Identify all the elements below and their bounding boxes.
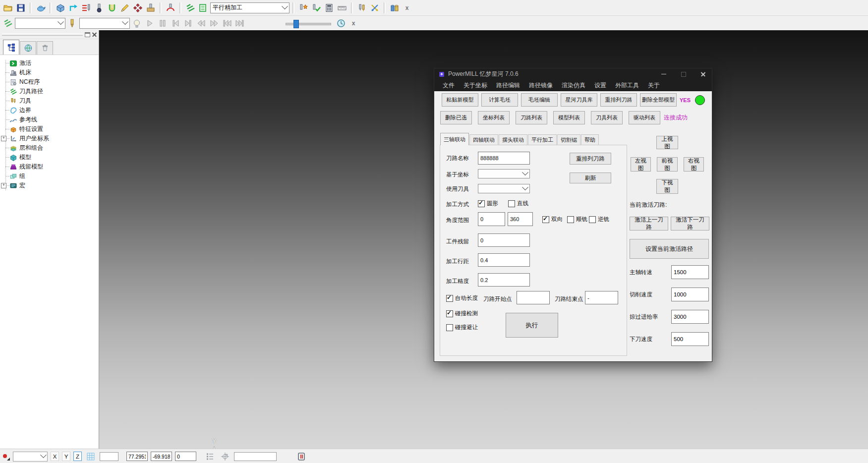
minimize-button[interactable] — [655, 68, 672, 80]
tree-item[interactable]: 模型 — [0, 153, 99, 162]
menu-item[interactable]: 渲染仿真 — [557, 81, 590, 90]
tree-item[interactable]: 激活 — [0, 58, 99, 68]
end-point-input[interactable] — [585, 291, 618, 304]
menu-item[interactable]: 路径编辑 — [492, 81, 524, 90]
collision-check-checkbox[interactable]: 碰撞检测 — [446, 310, 478, 317]
expand-toggle-icon[interactable] — [1, 183, 6, 188]
use-tool-select[interactable] — [478, 184, 530, 193]
angle-from-input[interactable] — [478, 212, 505, 226]
expand-toggle-icon[interactable] — [1, 136, 6, 141]
refresh-button[interactable]: 刷新 — [570, 173, 611, 183]
base-coord-select[interactable] — [478, 169, 530, 178]
dialog-tab[interactable]: 摆头联动 — [499, 134, 527, 145]
sim-toolpath-icon[interactable] — [2, 17, 14, 29]
maximize-button[interactable] — [675, 68, 692, 80]
speed-input[interactable] — [671, 288, 709, 301]
tree-item[interactable]: 边界 — [0, 106, 99, 115]
dialog-list-button[interactable]: 驱动列表 — [629, 111, 660, 124]
calculator-icon[interactable] — [323, 2, 335, 14]
checkbox-box[interactable] — [446, 324, 453, 331]
speed-input[interactable] — [671, 332, 709, 346]
shade-icon[interactable] — [131, 17, 143, 29]
strategy-combo[interactable]: 平行精加工 — [210, 2, 289, 13]
dialog-tab[interactable]: 帮助 — [581, 134, 599, 145]
tree-item[interactable]: 用户坐标系 — [0, 134, 99, 143]
tree-item[interactable]: NC程序 — [0, 77, 99, 87]
axis-x-button[interactable]: X — [51, 452, 59, 461]
checkbox-box[interactable] — [542, 216, 549, 223]
statusbar-combo[interactable] — [13, 452, 48, 462]
stepover-input[interactable] — [478, 253, 530, 267]
save-project-icon[interactable] — [15, 2, 27, 14]
grid-toggle-icon[interactable] — [85, 451, 97, 462]
dialog-action-button[interactable]: 毛坯编辑 — [521, 93, 558, 107]
toolpath-favorite-icon[interactable] — [297, 2, 309, 14]
rewind-icon[interactable] — [195, 17, 207, 29]
view-bottom-button[interactable]: 下视图 — [656, 179, 678, 194]
measure-field[interactable] — [234, 452, 277, 461]
strategy-list-icon[interactable] — [197, 2, 209, 14]
cursor-y-field[interactable] — [151, 452, 172, 461]
dialog-tab[interactable]: 三轴联动 — [440, 133, 469, 145]
checkbox-box[interactable] — [567, 216, 574, 223]
dialog-tab[interactable]: 切割锯 — [557, 134, 580, 145]
climb-mill-checkbox[interactable]: 顺铣 — [567, 216, 587, 223]
activate-next-toolpath-button[interactable]: 激活下一刀路 — [671, 217, 709, 231]
menu-item[interactable]: 文件 — [438, 81, 459, 90]
sim-speed-slider[interactable] — [286, 19, 331, 27]
panel-float-icon[interactable] — [85, 32, 90, 37]
activate-prev-toolpath-button[interactable]: 激活上一刀路 — [630, 217, 668, 231]
swap-axes-icon[interactable] — [369, 2, 381, 14]
go-to-start-icon[interactable] — [221, 17, 233, 29]
rearrange-toolpaths-button[interactable]: 重排列刀路 — [570, 153, 611, 165]
dialog-list-button[interactable]: 刀路列表 — [516, 111, 547, 124]
view-left-button[interactable]: 左视图 — [631, 157, 651, 172]
view-front-button[interactable]: 前视图 — [657, 157, 678, 172]
open-project-icon[interactable] — [2, 2, 14, 14]
tree-item[interactable]: 残留模型 — [0, 162, 99, 172]
tool-pair-icon[interactable] — [356, 2, 368, 14]
snap-indicator-icon[interactable] — [2, 452, 10, 461]
dialog-action-button[interactable]: 删除全部模型 — [640, 93, 677, 107]
menu-item[interactable]: 路径镜像 — [524, 81, 557, 90]
tree-item[interactable]: 刀具 — [0, 96, 99, 106]
fast-forward-icon[interactable] — [208, 17, 220, 29]
tool-holder-icon[interactable] — [145, 2, 157, 14]
toolpath-icon[interactable] — [184, 2, 196, 14]
pause-icon[interactable] — [157, 17, 169, 29]
stock-model-icon[interactable] — [389, 2, 401, 14]
feed-rates-icon[interactable] — [80, 2, 92, 14]
plot-model-icon[interactable] — [35, 2, 47, 14]
tool-start-point-icon[interactable] — [93, 2, 105, 14]
menu-item[interactable]: 设置 — [590, 81, 611, 90]
dialog-action-button[interactable]: 星河刀具库 — [561, 93, 597, 107]
dialog-list-button[interactable]: 刀具列表 — [591, 111, 623, 124]
sim-clock-icon[interactable] — [335, 17, 347, 29]
explorer-tab[interactable] — [3, 40, 19, 55]
dialog-list-button[interactable]: 模型列表 — [553, 111, 585, 124]
recycle-bin-tab[interactable] — [37, 41, 53, 55]
view-right-button[interactable]: 右视图 — [684, 157, 704, 172]
rapid-move-heights-icon[interactable] — [67, 2, 79, 14]
measure-icon[interactable] — [336, 2, 348, 14]
dialog-tab[interactable]: 四轴联动 — [469, 134, 498, 145]
tree-item[interactable]: 特征设置 — [0, 124, 99, 134]
checkbox-box[interactable] — [508, 200, 515, 207]
dialog-tab[interactable]: 平行加工 — [528, 134, 557, 145]
menu-item[interactable]: 关于 — [643, 81, 664, 90]
pause-device-icon[interactable] — [295, 451, 307, 462]
checkbox-box[interactable] — [446, 295, 453, 302]
plugin-titlebar[interactable]: PowerMILL 忆梦星河 7.0.6 — [434, 68, 712, 80]
step-back-icon[interactable] — [170, 17, 181, 29]
toolpath-edit-icon[interactable] — [119, 2, 131, 14]
tool-arc-icon[interactable] — [165, 2, 176, 14]
leads-links-icon[interactable] — [106, 2, 118, 14]
cursor-z-field[interactable] — [175, 452, 196, 461]
cursor-x-field[interactable] — [126, 452, 148, 461]
tree-item[interactable]: 刀具路径 — [0, 87, 99, 96]
points-pattern-icon[interactable] — [132, 2, 144, 14]
locate-cursor-icon[interactable] — [219, 451, 231, 462]
dialog-list-button[interactable]: 坐标列表 — [478, 111, 510, 124]
dialog-list-button[interactable]: 删除已选 — [440, 111, 472, 124]
slider-knob[interactable] — [293, 20, 299, 28]
